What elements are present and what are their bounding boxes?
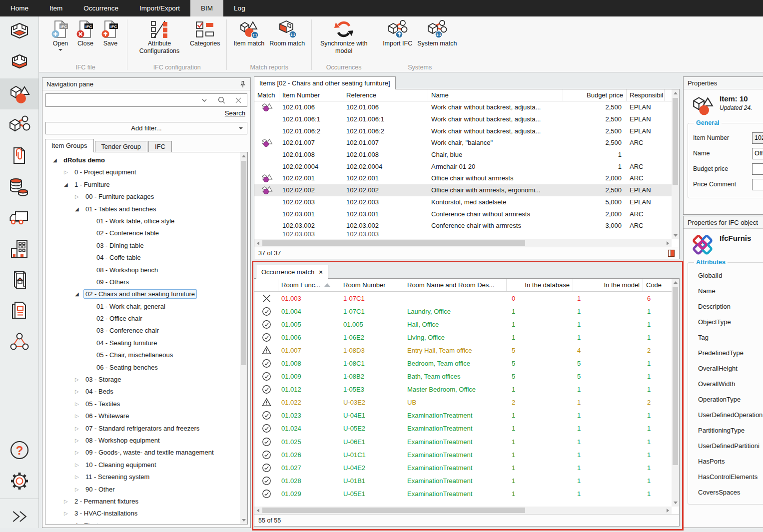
tree-expander-icon[interactable]: ◢	[75, 288, 79, 300]
scroll-right-arrow[interactable]	[664, 507, 672, 514]
occurrence-match-tab[interactable]: Occurrence match ×	[256, 265, 328, 279]
ribbon-button-attribute-configurations[interactable]: Attribute Configurations	[131, 18, 187, 55]
scroll-left-arrow[interactable]	[254, 239, 262, 247]
tree-item-09-others[interactable]: 09 - Others	[45, 276, 247, 288]
items-table-row[interactable]: 102.02.003102.02.003Kontorstol, med sade…	[254, 196, 679, 208]
sidebar-systems-button[interactable]	[0, 109, 38, 140]
sidebar-relations-button[interactable]	[0, 326, 38, 357]
occurrence-column-room-number[interactable]: Room Number	[340, 279, 404, 291]
tree-item-06-seating-benches[interactable]: 06 - Seating benches	[45, 362, 247, 374]
occurrence-table-row[interactable]: 01.0121-05E3Master Bedroom, Office111	[254, 383, 679, 396]
ribbon-button-room-match[interactable]: 1:1Room match	[267, 18, 307, 48]
tree-expander-icon[interactable]: ◢	[53, 154, 57, 166]
items-table-row[interactable]: 102.01.006:1102.01.006:1Work chair witho…	[254, 113, 679, 125]
close-tab-icon[interactable]: ×	[319, 268, 323, 276]
occurrence-table-row[interactable]: 01.028U-01B1ExaminationTreatment111	[254, 474, 679, 487]
tree-item-06-whiteware[interactable]: ▷06 - Whiteware	[45, 410, 247, 422]
items-horizontal-scrollbar[interactable]	[254, 239, 672, 247]
tree-item-04-beds[interactable]: ▷04 - Beds	[45, 386, 247, 398]
occurrence-column-room-func[interactable]: Room Func...	[278, 279, 340, 291]
item-number-field[interactable]	[752, 132, 763, 144]
tree-expander-icon[interactable]: ▷	[75, 410, 79, 422]
sidebar-items-button[interactable]	[0, 78, 38, 109]
items-column-budget-price[interactable]: Budget price	[563, 89, 627, 101]
occurrence-table-row[interactable]: 01.0031-07C1016	[254, 292, 679, 305]
tree-expander-icon[interactable]: ▷	[75, 423, 79, 435]
tree-expander-icon[interactable]: ▷	[64, 496, 68, 508]
scroll-up-arrow[interactable]	[672, 279, 679, 286]
tree-expander-icon[interactable]: ▷	[75, 435, 79, 447]
menu-item-item[interactable]: Item	[39, 0, 73, 16]
occurrence-column-in-the-model[interactable]: In the model	[573, 279, 643, 291]
scroll-right-arrow[interactable]	[664, 239, 672, 247]
scrollbar-thumb[interactable]	[673, 287, 678, 465]
items-table-row[interactable]: 102.01.008102.01.008Chair, blue1	[254, 149, 679, 161]
sidebar-logistics-button[interactable]	[0, 202, 38, 233]
sidebar-expand-button[interactable]	[0, 501, 38, 532]
sidebar-rooms-button[interactable]	[0, 16, 38, 47]
tree-item-90-other[interactable]: ▷90 - Other	[45, 484, 247, 496]
search-input[interactable]	[46, 94, 196, 106]
tree-item-05-chair-mischellaneous[interactable]: 05 - Chair, mischellaneous	[45, 349, 247, 361]
chevron-down-icon[interactable]	[196, 94, 213, 106]
nav-tab-item-groups[interactable]: Item Groups	[45, 139, 94, 152]
tree-expander-icon[interactable]: ▷	[75, 471, 79, 483]
tree-expander-icon[interactable]: ▷	[64, 520, 68, 525]
menu-item-occurrence[interactable]: Occurrence	[73, 0, 129, 16]
ribbon-button-open[interactable]: IFCOpen	[48, 18, 73, 52]
items-column-responsibil[interactable]: Responsibil	[627, 89, 665, 101]
sidebar-attachments-button[interactable]	[0, 140, 38, 171]
scroll-up-arrow[interactable]	[240, 152, 247, 160]
tree-item-02-conference-table[interactable]: 02 - Conference table	[45, 227, 247, 239]
tree-item-01-tables-and-benches[interactable]: ◢01 - Tables and benches	[45, 203, 247, 215]
budget-price-field[interactable]	[752, 163, 763, 175]
items-table-row-partial[interactable]: 102.03.003102.03.003	[254, 232, 679, 237]
tree-expander-icon[interactable]: ◢	[64, 179, 68, 191]
tree-item-2-permanent-fixtures[interactable]: ▷2 - Permanent fixtures	[45, 496, 247, 508]
ribbon-button-close[interactable]: IFCClose	[73, 18, 98, 48]
occurrence-table-row[interactable]: 01.023U-04E1ExaminationTreatment111	[254, 409, 679, 422]
tree-item-03-storage[interactable]: ▷03 - Storage	[45, 374, 247, 386]
ribbon-button-categories[interactable]: Categories	[187, 18, 222, 48]
occurrence-table-row[interactable]: 01.0061-06E2Living, Office111	[254, 331, 679, 344]
occurrence-table-row[interactable]: 01.00501.005Hall, Office111	[254, 318, 679, 331]
tree-item-10-cleaning-equipment[interactable]: ▷10 - Cleaning equipment	[45, 459, 247, 471]
item-report-icon[interactable]	[668, 249, 675, 257]
occurrence-table-row[interactable]: 01.026U-01C1ExaminationTreatment111	[254, 448, 679, 461]
menu-item-log[interactable]: Log	[223, 0, 256, 16]
clear-search-icon[interactable]	[230, 94, 247, 106]
items-table-row[interactable]: 102.02.001102.02.001Office chair without…	[254, 172, 679, 184]
tree-item-08-workshop-equipment[interactable]: ▷08 - Workshop equipment	[45, 435, 247, 447]
items-table-row[interactable]: 102.02.0004102.02.0004Armchair 01 201ARC	[254, 160, 679, 172]
tree-expander-icon[interactable]: ▷	[75, 386, 79, 398]
search-icon[interactable]	[213, 94, 230, 106]
ribbon-button-synchronize-with-model[interactable]: Synchronize with model	[316, 18, 372, 55]
tree-item-08-workshop-bench[interactable]: 08 - Workshop bench	[45, 264, 247, 276]
scroll-left-arrow[interactable]	[254, 507, 262, 514]
occurrence-table-row[interactable]: 01.0081-08C1Bedroom, Team office551	[254, 357, 679, 370]
tree-item-02-chairs-and-other-seating-furniture[interactable]: ◢02 - Chairs and other seating furniture	[45, 288, 247, 300]
scroll-down-arrow[interactable]	[672, 499, 679, 507]
sidebar-reports-button[interactable]	[0, 295, 38, 326]
items-table-row[interactable]: 102.01.006:2102.01.006:2Work chair witho…	[254, 125, 679, 137]
add-filter-button[interactable]: Add filter...	[45, 122, 247, 134]
occurrence-table-row[interactable]: 01.0041-07C1Laundry, Office111	[254, 305, 679, 318]
items-table-row[interactable]: 102.03.002102.03.002Conference chair wit…	[254, 220, 679, 232]
tree-expander-icon[interactable]: ◢	[75, 203, 79, 215]
items-column-reference[interactable]: Reference	[343, 89, 428, 101]
items-vertical-scrollbar[interactable]	[672, 89, 679, 239]
items-table-row[interactable]: 102.02.002102.02.002Office chair with ar…	[254, 184, 679, 196]
tree-expander-icon[interactable]: ▷	[75, 459, 79, 471]
occurrence-table-row[interactable]: 01.025U-06E1ExaminationTreatment111	[254, 435, 679, 448]
occurrence-table-row[interactable]: 01.027U-04E2ExaminationTreatment111	[254, 461, 679, 474]
tree-expander-icon[interactable]: ▷	[75, 191, 79, 203]
tree-expander-icon[interactable]: ▷	[75, 398, 79, 410]
occurrence-column-in-the-database[interactable]: In the database	[507, 279, 573, 291]
ribbon-button-save[interactable]: IFCSave	[98, 18, 123, 48]
tree-item-04-seating-furniture[interactable]: 04 - Seating furniture	[45, 337, 247, 349]
tree-item-11-screening-system[interactable]: ▷11 - Screening system	[45, 471, 247, 483]
scroll-up-arrow[interactable]	[672, 89, 679, 97]
tree-item-0-project-equipment[interactable]: ▷0 - Project equipment	[45, 166, 247, 178]
occurrence-table-row[interactable]: 01.022U-03E2UB212	[254, 396, 679, 409]
tree-item-07-standard-refrigerators-and-freezers[interactable]: ▷07 - Standard refrigerators and freezer…	[45, 423, 247, 435]
